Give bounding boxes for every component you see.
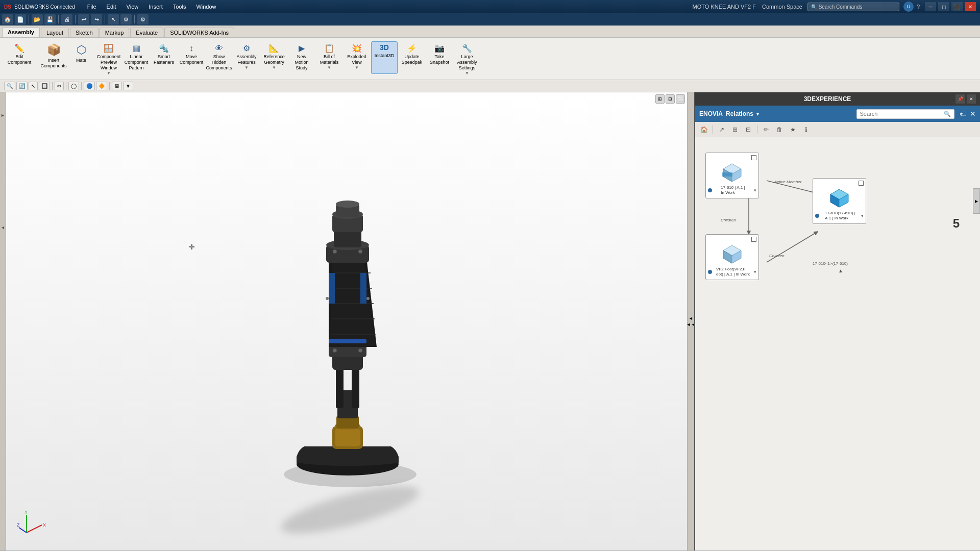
menu-file[interactable]: File: [85, 3, 99, 11]
view-dropdown-btn[interactable]: ▼: [123, 82, 133, 90]
user-avatar[interactable]: U: [903, 2, 914, 12]
reference-geometry-button[interactable]: 📐 Reference Geometry ▼: [261, 41, 287, 74]
panel-close-btn[interactable]: ✕: [967, 94, 976, 104]
large-assembly-button[interactable]: 🔧 Large Assembly Settings ▼: [454, 41, 480, 74]
search-commands-box[interactable]: 🔍 Search Commands: [807, 3, 899, 11]
panel-pin-btn[interactable]: 📌: [955, 94, 965, 104]
ribbon-tabs: Assembly Layout Sketch Markup Evaluate S…: [0, 26, 980, 38]
node-2-checkbox[interactable]: [859, 181, 864, 186]
save-button[interactable]: 💾: [44, 14, 56, 24]
restore-button[interactable]: ◻: [938, 2, 949, 11]
relations-close-btn[interactable]: ✕: [970, 110, 976, 118]
tab-layout[interactable]: Layout: [41, 28, 69, 37]
view-section-btn[interactable]: ✂: [55, 82, 64, 90]
tab-markup[interactable]: Markup: [100, 28, 130, 37]
tab-sketch[interactable]: Sketch: [70, 28, 99, 37]
relations-dropdown-btn[interactable]: ▾: [756, 111, 759, 117]
new-button[interactable]: 📄: [15, 14, 26, 24]
rel-star-btn[interactable]: ★: [787, 124, 798, 135]
rel-contract-btn[interactable]: ⊟: [743, 124, 754, 135]
node-1-checkbox[interactable]: [751, 155, 756, 160]
relations-search-input[interactable]: [860, 111, 944, 117]
side-panel-arrow: ◄: [689, 316, 693, 321]
update-speedpak-button[interactable]: ⚡ Update Speedpak: [399, 41, 425, 74]
vp-side-toggle[interactable]: ◄ ◄◄: [687, 92, 694, 550]
instant3d-button[interactable]: 3D Instant3D: [371, 41, 398, 74]
cursor-indicator: ✛: [189, 243, 195, 251]
view-rotate-btn[interactable]: 🔄: [16, 82, 28, 90]
svg-text:Y: Y: [24, 510, 28, 515]
help-button[interactable]: ?: [917, 4, 920, 10]
vp-restore-btn[interactable]: ⊟: [666, 94, 675, 104]
menu-insert[interactable]: Insert: [146, 3, 165, 11]
rel-info-btn[interactable]: ℹ: [800, 124, 812, 135]
undo-button[interactable]: ↩: [78, 14, 89, 24]
menu-window[interactable]: Window: [194, 3, 218, 11]
edit-component-button[interactable]: ✏️ Edit Component: [6, 41, 33, 74]
assembly-features-button[interactable]: ⚙ Assembly Features ▼: [233, 41, 260, 74]
maximize-button[interactable]: ⬛: [951, 2, 963, 11]
rel-nav-btn[interactable]: ↗: [716, 124, 727, 135]
vp-maximize-btn[interactable]: ⬜: [676, 94, 685, 104]
node-2[interactable]: 17-610(17-610) |A.1 | In Work ▾: [813, 178, 866, 224]
vp-split-btn[interactable]: ⊞: [655, 94, 665, 104]
menu-view[interactable]: View: [125, 3, 141, 11]
node-3[interactable]: VF2 Foot(VF2.Foot) | A.1 | In Work ▾: [705, 234, 759, 280]
node-2-title: 17-610(17-610) |A.1 | In Work: [825, 211, 855, 221]
menu-edit[interactable]: Edit: [105, 3, 118, 11]
take-snapshot-button[interactable]: 📷 Take Snapshot: [426, 41, 453, 74]
node-2-footer: 17-610(17-610) |A.1 | In Work ▾: [815, 211, 864, 221]
rel-home-btn[interactable]: 🏠: [698, 124, 709, 135]
rel-delete-btn[interactable]: 🗑: [774, 124, 785, 135]
show-hidden-button[interactable]: 👁 Show Hidden Components: [206, 41, 232, 74]
open-button[interactable]: 📂: [32, 14, 43, 24]
smart-fasteners-button[interactable]: 🔩 Smart Fasteners: [151, 41, 177, 74]
tab-assembly[interactable]: Assembly: [2, 27, 40, 37]
node-3-checkbox[interactable]: [751, 237, 756, 242]
left-panel-arrow2[interactable]: ◄: [1, 225, 5, 230]
tab-evaluate[interactable]: Evaluate: [130, 28, 163, 37]
rel-expand-btn[interactable]: ⊞: [729, 124, 741, 135]
print-button[interactable]: 🖨: [61, 14, 72, 24]
redo-button[interactable]: ↪: [91, 14, 102, 24]
tab-solidworks-addins[interactable]: SOLIDWORKS Add-Ins: [164, 28, 234, 37]
view-selector-btn[interactable]: 🔍: [4, 82, 15, 90]
top-cap-top: [336, 201, 359, 208]
bill-of-materials-button[interactable]: 📋 Bill of Materials ▼: [316, 41, 342, 74]
view-display-btn[interactable]: ◯: [68, 82, 79, 90]
linear-pattern-button[interactable]: ▦ Linear Component Pattern: [123, 41, 150, 74]
new-motion-study-button[interactable]: ▶ New Motion Study: [288, 41, 315, 74]
side-panel-double-arrow: ◄◄: [687, 322, 694, 327]
component-preview-button[interactable]: 🪟 Component Preview Window ▼: [95, 41, 122, 74]
model-area: [6, 108, 694, 550]
minimize-button[interactable]: ─: [925, 2, 936, 11]
insert-components-button[interactable]: 📦 Insert Components: [40, 41, 67, 74]
view-select-btn[interactable]: ↖: [29, 82, 38, 90]
left-panel-arrow[interactable]: ►: [1, 113, 5, 118]
select-button[interactable]: ↖: [108, 14, 119, 24]
view-render-btn[interactable]: 🔵: [84, 82, 95, 90]
settings-button[interactable]: ⚙: [137, 14, 149, 24]
node-2-dropdown[interactable]: ▾: [861, 213, 864, 218]
rel-edit-btn[interactable]: ✏: [761, 124, 772, 135]
rebuild-button[interactable]: ⚙: [120, 14, 132, 24]
move-component-button[interactable]: ↕ Move Component: [178, 41, 205, 74]
viewport: X Y Z ✛ ⬜ ⊟ ⊞ ◄ ◄◄: [6, 92, 694, 550]
view-filter-btn[interactable]: 🔲: [39, 82, 50, 90]
view-scene-btn[interactable]: 🔶: [96, 82, 107, 90]
node-1[interactable]: 17-610 | A.1 |In Work ▾: [705, 153, 759, 198]
relations-search-box[interactable]: 🔍: [856, 109, 954, 119]
menu-tools[interactable]: Tools: [171, 3, 188, 11]
home-button[interactable]: 🏠: [2, 14, 13, 24]
right-expand-btn[interactable]: ▶: [973, 188, 980, 214]
view-camera-btn[interactable]: 🖥: [112, 82, 122, 90]
node-1-dropdown[interactable]: ▾: [754, 188, 756, 193]
exploded-view-button[interactable]: 💥 Exploded View ▼: [344, 41, 370, 74]
mate-button[interactable]: ⬡ Mate: [68, 41, 94, 74]
svg-text:Children: Children: [721, 218, 736, 222]
relations-tag-btn[interactable]: 🏷: [960, 110, 967, 118]
node-2-status-dot: [815, 214, 819, 218]
close-button[interactable]: ✕: [965, 2, 976, 11]
node-3-dropdown[interactable]: ▾: [754, 269, 756, 274]
screw-right: [366, 297, 370, 300]
